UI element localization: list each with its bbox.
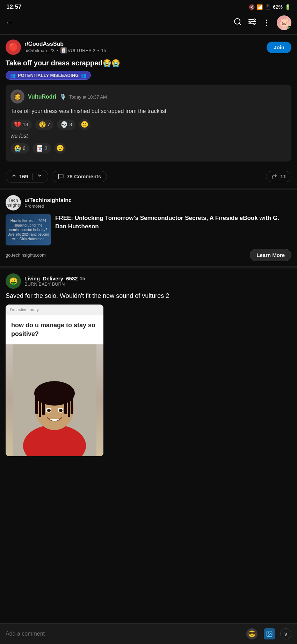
reaction-card[interactable]: 🃏 2 — [32, 143, 51, 153]
person-svg — [13, 344, 96, 456]
reaction-heartbreak[interactable]: 💔 13 — [10, 120, 32, 130]
post2-avatar: 🤑 — [6, 273, 21, 289]
ad-promoted-label: Promoted — [24, 203, 72, 209]
subreddit-icon[interactable]: 🔴 — [6, 40, 21, 55]
svg-point-27 — [268, 632, 269, 634]
user-avatar-small: 😎 — [245, 627, 259, 641]
misleading-icon-right: 👥 — [81, 73, 86, 78]
downvote-button[interactable] — [37, 172, 43, 180]
misleading-icon-left: 👥 — [10, 73, 16, 78]
svg-line-1 — [239, 23, 241, 25]
ad-avatar: TechInsights — [6, 195, 21, 210]
nav-left: ← — [6, 18, 13, 27]
post-1-submeta: u/Orbitman_23 • 🃏 VULTURES 2 • 1h — [24, 47, 106, 53]
signal-icon: 📱 — [265, 4, 271, 10]
ad-username[interactable]: u/TechInsightsInc — [24, 197, 72, 203]
card-emoji: 🃏 — [36, 145, 43, 152]
chevron-down-icon: ∨ — [284, 631, 288, 637]
cry-count: 6 — [23, 145, 26, 151]
user-avatar[interactable]: 🐷 — [277, 15, 291, 30]
reaction-skull[interactable]: 💀 3 — [57, 120, 75, 130]
vote-group: 169 — [6, 170, 48, 183]
reaction-row-2: 😭 6 🃏 2 🙂 — [10, 143, 287, 154]
image-top-bar: I'm active today — [6, 305, 103, 315]
post2-time: 1h — [80, 276, 85, 281]
ad-post: TechInsights u/TechInsightsInc Promoted … — [0, 188, 297, 266]
post-1: 🔴 r/GoodAssSub u/Orbitman_23 • 🃏 VULTURE… — [0, 35, 297, 188]
online-indicator — [288, 26, 291, 30]
post-time: 1h — [101, 48, 106, 53]
more-icon[interactable]: ⋮ — [263, 18, 270, 27]
reaction-cry[interactable]: 😭 6 — [10, 143, 29, 153]
subreddit-name[interactable]: r/GoodAssSub — [24, 41, 106, 47]
reaction-skull-swirl[interactable]: 😵 7 — [35, 120, 54, 130]
ad-footer: go.techinsights.com Learn More — [6, 249, 291, 261]
post-1-meta: r/GoodAssSub u/Orbitman_23 • 🃏 VULTURES … — [24, 41, 106, 53]
vote-count: 169 — [19, 173, 28, 179]
upvote-button[interactable] — [11, 172, 17, 180]
person-photo — [6, 344, 103, 456]
smiley-emoji-2: 🙂 — [56, 144, 64, 152]
misleading-text: POTENTIALLY MISLEADING — [18, 73, 79, 78]
back-button[interactable]: ← — [6, 18, 13, 27]
heartbreak-count: 13 — [23, 122, 28, 127]
image-icon-square — [264, 628, 275, 639]
post2-meta: Living_Delivery_6582 1h BURN BABY BURN — [24, 276, 85, 287]
ad-url: go.techinsights.com — [6, 252, 46, 258]
add-reaction-1[interactable]: 🙂 — [79, 119, 90, 130]
post2-username-row: Living_Delivery_6582 1h — [24, 276, 85, 281]
scroll-down-button[interactable]: ∨ — [280, 628, 291, 639]
quoted-italic: we lost — [10, 133, 287, 139]
svg-rect-16 — [35, 395, 38, 414]
battery-level: 62% — [273, 4, 283, 10]
top-nav: ← ⋮ 🐷 — [0, 13, 297, 34]
comments-label: 78 Comments — [67, 173, 101, 179]
misleading-badge: 👥 POTENTIALLY MISLEADING 👥 — [6, 71, 91, 80]
wifi-icon: 📶 — [257, 4, 263, 10]
post-1-actions: 169 78 Comments 11 — [6, 166, 291, 188]
status-icons: 🔇 📶 📱 62% 🔋 — [249, 4, 291, 10]
svg-point-24 — [47, 409, 51, 412]
chat-bubble: how do u manage to stay so positive? — [6, 315, 103, 344]
learn-more-button[interactable]: Learn More — [250, 249, 291, 261]
mute-icon: 🔇 — [249, 4, 255, 10]
cry-emoji: 😭 — [14, 145, 21, 152]
quoted-icon: 🎙️ — [59, 94, 66, 100]
post-username[interactable]: u/Orbitman_23 — [24, 48, 55, 53]
search-icon[interactable] — [233, 17, 242, 28]
submeta-dot2: • — [97, 48, 99, 53]
post-2: 🤑 Living_Delivery_6582 1h BURN BABY BURN… — [0, 266, 297, 456]
comments-button[interactable]: 78 Comments — [52, 171, 107, 182]
status-time: 12:57 — [6, 3, 21, 10]
bottom-bar: 😎 ∨ — [0, 623, 297, 644]
svg-rect-21 — [71, 395, 73, 414]
skull-count: 3 — [69, 122, 72, 127]
quoted-author: VultuRodri — [28, 94, 56, 100]
heartbreak-emoji: 💔 — [14, 121, 21, 128]
add-comment-input[interactable] — [6, 631, 241, 637]
post2-username[interactable]: Living_Delivery_6582 — [24, 276, 78, 281]
post-2-title: Saved for the solo. Wouldn't fit the new… — [6, 292, 291, 300]
svg-rect-18 — [42, 395, 45, 415]
post-1-title: Take off your dress scrapped😭😭 — [6, 58, 291, 67]
ad-thumbnail: How is the rest of 2024 shaping up for t… — [6, 214, 51, 245]
ad-meta: u/TechInsightsInc Promoted — [24, 197, 72, 209]
join-button[interactable]: Join — [267, 42, 291, 53]
svg-rect-19 — [64, 395, 67, 414]
ad-title-text: FREE: Unlocking Tomorrow's Semiconductor… — [55, 214, 291, 245]
submeta-dot: • — [57, 48, 58, 53]
post-1-header-left: 🔴 r/GoodAssSub u/Orbitman_23 • 🃏 VULTURE… — [6, 40, 106, 55]
share-count: 11 — [280, 173, 286, 179]
filter-icon[interactable] — [248, 17, 256, 28]
ad-thumb-text: How is the rest of 2024 shaping up for t… — [6, 217, 51, 243]
image-upload-button[interactable] — [263, 627, 276, 641]
skull-emoji: 💀 — [60, 121, 68, 128]
reaction-row-1: 💔 13 😵 7 💀 3 🙂 — [10, 119, 287, 130]
skull-swirl-count: 7 — [48, 122, 50, 127]
post-1-header: 🔴 r/GoodAssSub u/Orbitman_23 • 🃏 VULTURE… — [6, 40, 291, 55]
quoted-text: Take off your dress was finished but scr… — [10, 107, 287, 115]
share-button[interactable]: 11 — [266, 171, 291, 182]
add-reaction-2[interactable]: 🙂 — [55, 143, 66, 154]
post2-flair: BURN BABY BURN — [24, 281, 85, 287]
flair-icon: 🃏 — [60, 47, 67, 53]
